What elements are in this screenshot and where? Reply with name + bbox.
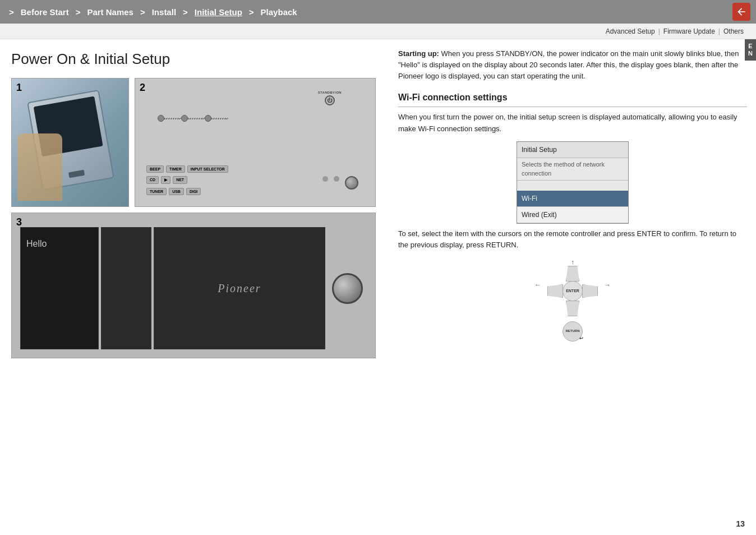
menu-subtitle: Selects the method of network connection <box>517 158 628 181</box>
menu-item-wifi[interactable]: Wi-Fi <box>517 191 628 207</box>
image-row-2: 3 Hello Pioneer <box>11 213 381 358</box>
secondary-nav: Advanced Setup | Firmware Update | Other… <box>0 24 756 39</box>
back-button[interactable] <box>732 3 750 21</box>
image-box-2: 2 STANDBY/ON ⏻ <box>135 78 376 207</box>
timer-btn[interactable]: TIMER <box>166 165 185 173</box>
section-note: To set, select the item with the cursors… <box>398 228 747 251</box>
box-label-3: 3 <box>16 216 22 228</box>
hello-text: Hello <box>21 228 98 260</box>
menu-item-wired[interactable]: Wired (Exit) <box>517 207 628 223</box>
tuner-btn[interactable]: TUNER <box>146 188 167 195</box>
return-button[interactable]: RETURN ↩ <box>563 321 583 342</box>
sec-nav-firmware-update[interactable]: Firmware Update <box>660 27 718 35</box>
left-panel: Power On & Initial Setup 1 <box>11 48 393 526</box>
bt-btn[interactable]: ▶ <box>161 176 170 184</box>
net-btn[interactable]: NET <box>173 176 187 184</box>
nav-playback[interactable]: Playback <box>254 7 304 17</box>
image-box-1: 1 <box>11 78 129 207</box>
nav-before-start[interactable]: Before Start <box>14 7 76 17</box>
nav-initial-setup[interactable]: Initial Setup <box>188 7 249 17</box>
right-panel: Starting up: When you press STANDBY/ON, … <box>393 48 747 526</box>
wifi-heading: Wi-Fi connection settings <box>398 91 747 107</box>
page-number: 13 <box>736 519 745 528</box>
wifi-body: When you first turn the power on, the in… <box>398 112 747 134</box>
image-box-3: 3 Hello Pioneer <box>11 213 376 358</box>
pioneer-logo-text: Pioneer <box>218 282 261 295</box>
menu-title: Initial Setup <box>517 142 628 158</box>
starting-up-section: Starting up: When you press STANDBY/ON, … <box>398 48 747 82</box>
nav-install[interactable]: Install <box>145 7 183 17</box>
sec-nav-advanced-setup[interactable]: Advanced Setup <box>602 27 658 35</box>
sec-nav-others[interactable]: Others <box>720 27 747 35</box>
standby-label: STANDBY/ON <box>318 91 342 94</box>
nav-part-names[interactable]: Part Names <box>80 7 140 17</box>
input-selector-btn[interactable]: INPUT SELECTOR <box>187 165 228 173</box>
box-label-2: 2 <box>140 82 145 94</box>
digi-btn[interactable]: DIGI <box>186 188 201 195</box>
language-badge: EN <box>745 39 756 61</box>
top-nav: > Before Start > Part Names > Install > … <box>0 0 756 24</box>
starting-up-label: Starting up: <box>398 49 439 58</box>
beep-btn[interactable]: BEEP <box>146 165 164 173</box>
usb-btn[interactable]: USB <box>169 188 184 195</box>
cd-btn[interactable]: CD <box>146 176 159 184</box>
image-row-1: 1 2 <box>11 78 381 207</box>
enter-button[interactable]: ENTER <box>563 281 583 301</box>
main-content: Power On & Initial Setup 1 <box>0 39 756 535</box>
initial-setup-menu: Initial Setup Selects the method of netw… <box>517 141 629 224</box>
box-label-1: 1 <box>16 82 22 94</box>
page-title: Power On & Initial Setup <box>11 50 381 68</box>
remote-illustration: ↑ ↓ ← → ENTER <box>398 257 747 342</box>
starting-up-text: When you press STANDBY/ON, the power ind… <box>398 49 739 80</box>
